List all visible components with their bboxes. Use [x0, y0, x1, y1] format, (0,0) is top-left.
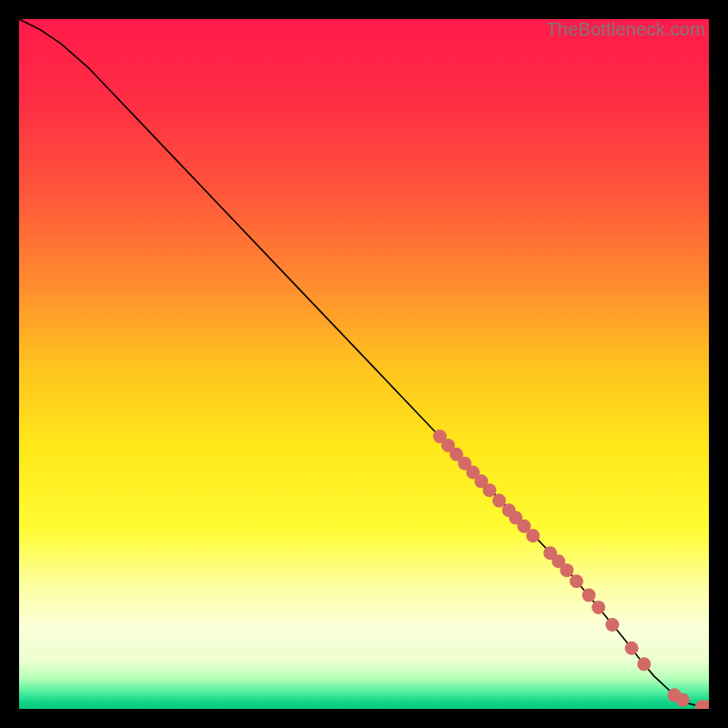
- watermark-text: TheBottleneck.com: [546, 19, 705, 40]
- data-marker: [482, 483, 496, 497]
- data-marker: [676, 693, 690, 707]
- data-marker: [637, 657, 651, 671]
- data-marker: [560, 563, 573, 577]
- data-marker: [582, 588, 596, 602]
- data-marker: [592, 601, 605, 614]
- data-marker: [492, 494, 506, 508]
- data-marker: [625, 642, 639, 655]
- gradient-background: [19, 19, 709, 709]
- data-marker: [605, 618, 619, 632]
- chart-frame: TheBottleneck.com: [19, 19, 709, 709]
- chart-svg: [19, 19, 709, 709]
- data-marker: [570, 574, 583, 588]
- data-marker: [526, 529, 540, 542]
